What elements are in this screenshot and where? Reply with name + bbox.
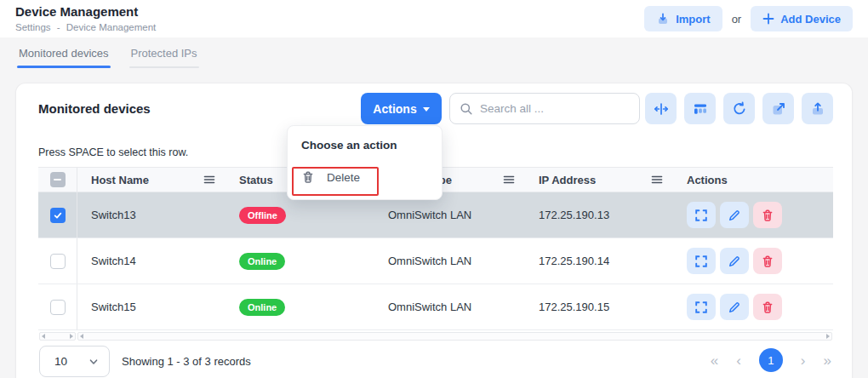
tab-monitored-devices[interactable]: Monitored devices — [17, 47, 111, 68]
dropdown-header: Choose an action — [288, 126, 442, 152]
device-type-cell: OmniSwitch LAN — [374, 209, 525, 221]
column-header-host-name[interactable]: Host Name — [77, 168, 226, 192]
search-box[interactable] — [449, 93, 640, 124]
fullscreen-button[interactable] — [687, 294, 716, 320]
page-title: Device Management — [15, 4, 138, 19]
caret-down-icon — [423, 107, 430, 112]
edit-icon — [728, 209, 741, 222]
fit-columns-button[interactable] — [645, 93, 677, 124]
edit-button[interactable] — [720, 294, 749, 320]
export-button[interactable] — [802, 93, 833, 124]
delete-button[interactable] — [753, 294, 782, 320]
column-menu-icon[interactable] — [503, 174, 515, 186]
pagination: « ‹ 1 › » — [711, 348, 831, 372]
ip-address-cell: 172.25.190.13 — [525, 209, 673, 221]
row-select-cell — [38, 284, 77, 329]
breadcrumb: Settings - Device Management — [15, 22, 159, 32]
plus-icon — [762, 13, 774, 25]
active-tab-underline — [17, 66, 111, 68]
top-bar: Device Management Settings - Device Mana… — [0, 0, 868, 37]
search-input[interactable] — [480, 102, 630, 115]
column-header-actions: Actions — [673, 174, 833, 186]
add-device-button[interactable]: Add Device — [751, 6, 853, 32]
edit-button[interactable] — [720, 202, 749, 228]
first-page-button[interactable]: « — [711, 353, 718, 368]
trash-icon — [301, 170, 315, 184]
ip-address-cell: 172.25.190.14 — [525, 255, 673, 267]
row-checkbox[interactable] — [50, 208, 66, 223]
status-badge: Offline — [239, 207, 286, 224]
open-external-button[interactable] — [762, 93, 794, 124]
previous-page-button[interactable]: ‹ — [736, 353, 741, 368]
trash-icon — [761, 301, 774, 314]
row-checkbox[interactable] — [50, 254, 66, 269]
records-summary: Showing 1 - 3 of 3 records — [122, 355, 251, 368]
actions-dropdown-button[interactable]: Actions — [361, 93, 442, 124]
scroll-left-icon[interactable] — [42, 334, 45, 339]
scroll-right-icon[interactable] — [70, 334, 73, 339]
fit-columns-icon — [654, 101, 669, 117]
current-page-button[interactable]: 1 — [759, 348, 783, 372]
row-checkbox[interactable] — [50, 300, 66, 315]
next-page-button[interactable]: › — [801, 353, 806, 368]
table-horizontal-scrollbar[interactable] — [77, 332, 832, 341]
inactive-tab-underline — [129, 66, 199, 68]
download-icon — [656, 12, 670, 26]
fullscreen-button[interactable] — [687, 202, 716, 228]
import-button[interactable]: Import — [644, 6, 722, 32]
or-label: or — [732, 13, 742, 26]
ip-address-cell: 172.25.190.15 — [525, 301, 673, 313]
edit-icon — [728, 301, 741, 314]
frozen-column-scrollbar[interactable] — [39, 332, 76, 341]
tab-protected-ips[interactable]: Protected IPs — [129, 47, 199, 68]
row-select-hint: Press SPACE to select this row. — [38, 146, 188, 158]
host-name-cell: Switch15 — [77, 301, 226, 313]
status-badge: Online — [239, 253, 285, 270]
page-size-select[interactable]: 10 — [39, 346, 110, 377]
menu-item-delete[interactable]: Delete — [288, 164, 442, 190]
chevron-down-icon — [89, 357, 99, 367]
refresh-icon — [732, 101, 747, 117]
trash-icon — [761, 209, 774, 222]
export-icon — [810, 101, 825, 117]
edit-icon — [728, 255, 741, 268]
fullscreen-icon — [694, 209, 708, 222]
actions-dropdown-menu: Choose an action Delete — [287, 125, 443, 200]
panel-heading: Monitored devices — [38, 101, 151, 116]
fullscreen-icon — [694, 255, 708, 268]
search-icon — [460, 102, 473, 116]
column-menu-icon[interactable] — [651, 174, 663, 186]
status-badge: Online — [239, 299, 285, 316]
status-cell: Offline — [226, 207, 374, 224]
fullscreen-icon — [694, 301, 708, 314]
device-type-cell: OmniSwitch LAN — [374, 301, 525, 313]
row-select-cell — [38, 192, 77, 238]
delete-button[interactable] — [753, 202, 782, 228]
scroll-left-icon[interactable] — [80, 334, 83, 339]
topbar-actions: Import or Add Device — [644, 6, 853, 32]
host-name-cell: Switch14 — [77, 255, 226, 267]
host-name-cell: Switch13 — [77, 209, 226, 221]
select-all-cell — [38, 168, 77, 192]
last-page-button[interactable]: » — [824, 353, 831, 368]
row-actions-cell — [673, 202, 833, 228]
tab-bar: Monitored devices Protected IPs — [17, 47, 199, 68]
select-all-checkbox[interactable] — [50, 172, 66, 187]
delete-button[interactable] — [753, 248, 782, 274]
table-toolbar — [645, 93, 833, 124]
status-cell: Online — [226, 253, 374, 270]
refresh-button[interactable] — [723, 93, 755, 124]
column-header-ip-address[interactable]: IP Address — [525, 168, 673, 192]
breadcrumb-parent[interactable]: Settings — [15, 22, 51, 32]
scroll-right-icon[interactable] — [826, 334, 830, 339]
edit-button[interactable] — [720, 248, 749, 274]
table-body: Switch13 Offline OmniSwitch LAN 172.25.1… — [38, 192, 833, 330]
columns-button[interactable] — [684, 93, 716, 124]
row-actions-cell — [673, 248, 833, 274]
row-actions-cell — [673, 294, 833, 320]
column-menu-icon[interactable] — [203, 174, 215, 186]
table-row[interactable]: Switch15 Online OmniSwitch LAN 172.25.19… — [38, 284, 833, 330]
status-cell: Online — [226, 299, 374, 316]
fullscreen-button[interactable] — [687, 248, 716, 274]
table-row[interactable]: Switch14 Online OmniSwitch LAN 172.25.19… — [38, 238, 833, 284]
